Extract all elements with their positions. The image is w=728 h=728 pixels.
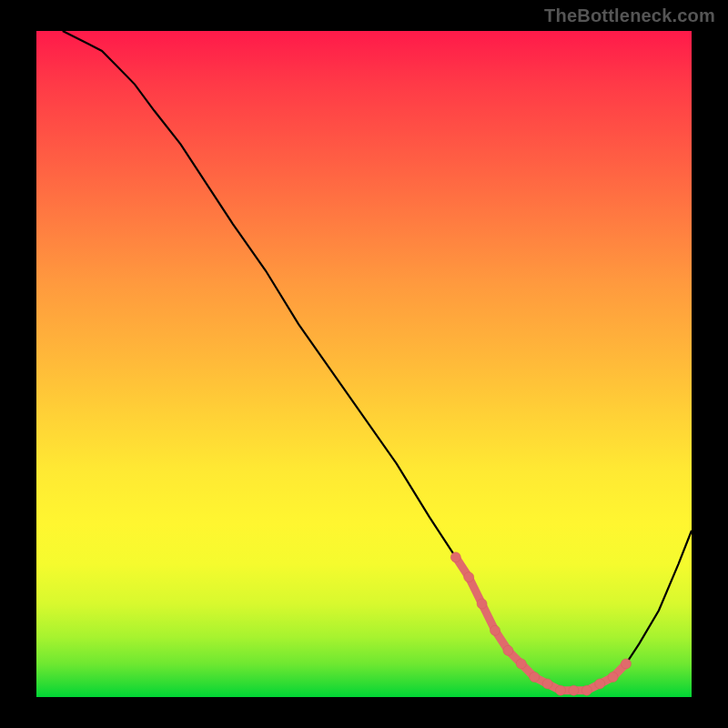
optimal-dot	[516, 659, 526, 669]
watermark-text: TheBottleneck.com	[544, 5, 715, 26]
optimal-dot	[595, 679, 605, 689]
optimal-dot	[622, 659, 632, 669]
chart-frame: TheBottleneck.com	[0, 0, 728, 728]
chart-svg	[36, 31, 692, 697]
optimal-dot	[569, 685, 579, 695]
optimal-dot	[490, 625, 500, 635]
optimal-dot	[608, 672, 618, 682]
optimal-dot	[530, 672, 540, 682]
chart-plot-area	[36, 31, 692, 697]
optimal-range-dots	[450, 552, 631, 695]
optimal-dot	[503, 645, 513, 655]
optimal-dot	[542, 679, 552, 689]
optimal-dot	[581, 685, 592, 695]
optimal-range-connector	[456, 557, 626, 690]
optimal-dot	[556, 685, 566, 695]
bottleneck-curve-line	[63, 31, 692, 691]
optimal-dot	[450, 552, 460, 562]
optimal-dot	[477, 599, 487, 609]
optimal-dot	[464, 572, 474, 582]
